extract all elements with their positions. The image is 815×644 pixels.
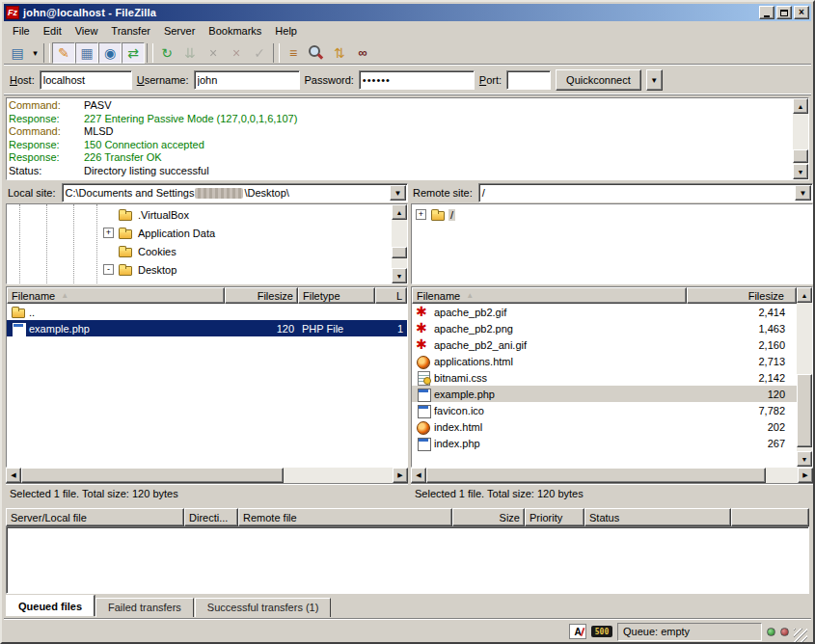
- menu-item[interactable]: Help: [268, 23, 304, 39]
- remote-scroll-thumb[interactable]: [797, 374, 812, 447]
- scroll-up-icon[interactable]: ▲: [392, 204, 407, 220]
- file-row[interactable]: apache_pb2.png 1,463: [412, 320, 797, 336]
- maximize-button[interactable]: [776, 6, 792, 19]
- file-row[interactable]: apache_pb2.gif 2,414: [412, 304, 797, 320]
- quickconnect-bar: Host: Username: Password: Port: Quickcon…: [4, 66, 811, 95]
- column-header-filename[interactable]: Filename▲: [7, 287, 225, 304]
- menu-item[interactable]: File: [6, 23, 37, 39]
- column-header-server-local-file[interactable]: Server/Local file: [6, 508, 184, 526]
- scroll-right-icon[interactable]: ▶: [798, 468, 813, 483]
- filename: bitnami.css: [434, 372, 487, 384]
- scroll-down-icon[interactable]: ▼: [797, 451, 812, 467]
- tree-item[interactable]: + /: [412, 205, 812, 224]
- toolbar-button[interactable]: ▾: [29, 42, 41, 64]
- file-row[interactable]: example.php 120 PHP File 1: [7, 320, 407, 336]
- resize-grip[interactable]: [794, 629, 807, 642]
- port-label: Port:: [479, 74, 502, 86]
- menu-item[interactable]: Edit: [37, 23, 68, 39]
- toolbar-button[interactable]: ×: [202, 42, 225, 64]
- toolbar-button[interactable]: ◉: [98, 42, 122, 64]
- column-header-filetype[interactable]: Filetype: [298, 287, 375, 304]
- tree-scroll-thumb[interactable]: [392, 247, 407, 258]
- toolbar-button[interactable]: ∞: [351, 42, 374, 64]
- file-row[interactable]: example.php 120: [412, 386, 797, 402]
- tree-item[interactable]: + Application Data: [7, 224, 392, 242]
- scroll-up-icon[interactable]: ▲: [797, 287, 812, 303]
- filename: index.php: [434, 438, 480, 449]
- scroll-down-icon[interactable]: ▼: [793, 164, 808, 179]
- column-header-remote-file[interactable]: Remote file: [238, 508, 452, 526]
- toolbar-button[interactable]: ▤: [6, 42, 29, 64]
- tree-expander-icon[interactable]: +: [103, 228, 114, 238]
- toolbar-button[interactable]: ⇅: [328, 42, 351, 64]
- tree-item[interactable]: Cookies: [7, 242, 392, 260]
- column-header-priority[interactable]: Priority: [525, 508, 584, 526]
- queue-tab[interactable]: Successful transfers (1): [195, 598, 332, 617]
- menu-item[interactable]: Bookmarks: [202, 23, 268, 39]
- file-row[interactable]: bitnami.css 2,142: [412, 369, 797, 386]
- remote-hscroll-thumb[interactable]: [426, 468, 766, 483]
- quickconnect-dropdown[interactable]: ▼: [646, 69, 663, 91]
- toolbar-button[interactable]: ⇊: [178, 42, 202, 64]
- local-site-combobox[interactable]: C:\Documents and Settings\Desktop\ ▼: [62, 183, 408, 202]
- local-site-dropdown-icon[interactable]: ▼: [390, 185, 406, 201]
- menu-item[interactable]: Server: [157, 23, 202, 39]
- scroll-left-icon[interactable]: ◀: [411, 468, 426, 483]
- local-hscrollbar[interactable]: ◀ ▶: [6, 468, 408, 483]
- remote-site-combobox[interactable]: / ▼: [478, 183, 813, 202]
- file-row[interactable]: apache_pb2_ani.gif 2,160: [412, 336, 797, 353]
- file-row[interactable]: favicon.ico 7,782: [412, 402, 797, 418]
- close-button[interactable]: ×: [794, 6, 809, 19]
- toolbar-button[interactable]: [43, 43, 50, 63]
- scroll-up-icon[interactable]: ▲: [793, 98, 808, 114]
- toolbar-button[interactable]: [273, 43, 280, 63]
- toolbar-button[interactable]: ✓: [248, 42, 271, 64]
- host-input[interactable]: [40, 70, 132, 90]
- remote-list-scrollbar[interactable]: ▲ ▼: [797, 287, 812, 467]
- file-row[interactable]: ..: [7, 304, 407, 320]
- tree-item[interactable]: .VirtualBox: [7, 205, 392, 224]
- menu-item[interactable]: View: [68, 23, 105, 39]
- password-input[interactable]: [359, 70, 475, 90]
- quickconnect-button[interactable]: Quickconnect: [556, 69, 641, 91]
- log-scrollbar[interactable]: ▲ ▼: [793, 98, 808, 179]
- toolbar-button[interactable]: ✎: [52, 42, 75, 64]
- toolbar-button[interactable]: [147, 43, 153, 63]
- toolbar-button[interactable]: ↻: [155, 42, 178, 64]
- port-input[interactable]: [506, 70, 551, 90]
- tree-expander-icon[interactable]: -: [103, 264, 114, 275]
- local-tree-scrollbar[interactable]: ▲ ▼: [392, 204, 407, 283]
- toolbar-button[interactable]: ×: [225, 42, 248, 64]
- toolbar-button[interactable]: ▦: [75, 42, 98, 64]
- file-row[interactable]: index.php 267: [412, 435, 797, 451]
- toolbar-button[interactable]: ≡: [282, 42, 305, 64]
- remote-site-dropdown-icon[interactable]: ▼: [795, 185, 811, 201]
- toolbar-button[interactable]: ⇄: [122, 42, 145, 64]
- toolbar-button[interactable]: [305, 42, 328, 64]
- queue-tab[interactable]: Failed transfers: [95, 598, 194, 617]
- scroll-down-icon[interactable]: ▼: [392, 268, 407, 283]
- column-header-filesize[interactable]: Filesize: [687, 287, 797, 304]
- column-header-direction[interactable]: Directi...: [184, 508, 238, 526]
- tree-item[interactable]: - Desktop: [7, 260, 392, 279]
- column-header-size[interactable]: Size: [452, 508, 525, 526]
- scroll-left-icon[interactable]: ◀: [6, 468, 21, 483]
- remote-hscrollbar[interactable]: ◀ ▶: [411, 468, 813, 483]
- remote-selection-status: Selected 1 file. Total size: 120 bytes: [411, 483, 813, 502]
- menu-item[interactable]: Transfer: [104, 23, 157, 39]
- column-header-lastmodified[interactable]: L: [375, 287, 407, 304]
- column-header-status[interactable]: Status: [584, 508, 731, 526]
- transfer-type-ascii-icon[interactable]: A: [569, 624, 586, 639]
- username-input[interactable]: [194, 70, 300, 90]
- scroll-right-icon[interactable]: ▶: [393, 468, 408, 483]
- column-header-filename[interactable]: Filename▲: [412, 287, 687, 304]
- column-header-filesize[interactable]: Filesize: [225, 287, 298, 304]
- speed-limit-badge-icon[interactable]: 500: [591, 626, 612, 637]
- file-row[interactable]: applications.html 2,713: [412, 353, 797, 369]
- minimize-button[interactable]: [759, 6, 774, 19]
- tree-expander-icon[interactable]: +: [416, 209, 426, 220]
- queue-tab[interactable]: Queued files: [6, 595, 95, 616]
- log-scroll-thumb[interactable]: [793, 149, 808, 163]
- local-hscroll-thumb[interactable]: [21, 468, 284, 483]
- file-row[interactable]: index.html 202: [412, 418, 797, 435]
